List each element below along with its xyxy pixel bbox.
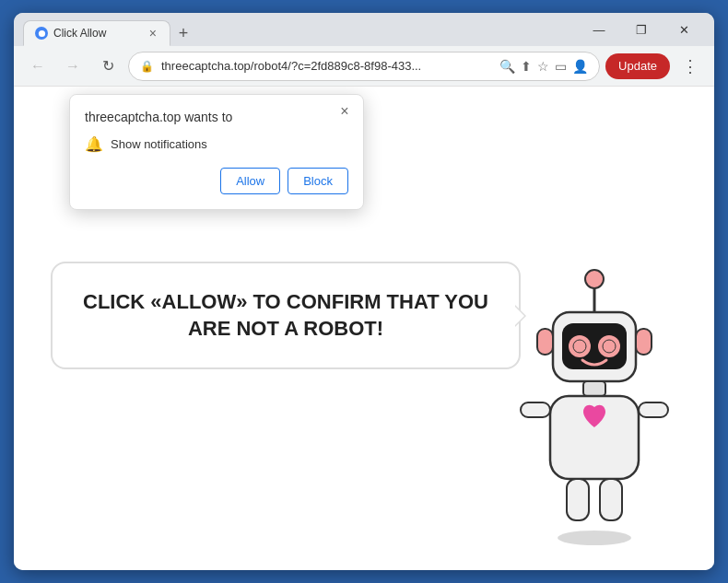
tab-favicon bbox=[35, 27, 48, 40]
address-bar-icons: 🔍 ⬆ ☆ ▭ 👤 bbox=[499, 59, 588, 74]
svg-rect-11 bbox=[583, 381, 605, 396]
browser-window: Click Allow × + — ❐ ✕ ← → ↻ 🔒 threecaptc… bbox=[14, 13, 714, 570]
popup-close-button[interactable]: × bbox=[335, 102, 354, 121]
svg-rect-9 bbox=[537, 329, 553, 355]
search-icon[interactable]: 🔍 bbox=[499, 59, 515, 74]
forward-button[interactable]: → bbox=[58, 52, 88, 81]
page-content: risk.co × threecaptcha.top wants to 🔔 Sh… bbox=[14, 87, 714, 570]
bubble-text: CLICK «ALLOW» TO CONFIRM THAT YOU ARE NO… bbox=[82, 289, 489, 342]
svg-point-0 bbox=[38, 29, 44, 36]
tab-title: Click Allow bbox=[53, 27, 106, 40]
close-button[interactable]: ✕ bbox=[663, 16, 705, 43]
svg-rect-16 bbox=[600, 479, 622, 520]
maximize-button[interactable]: ❐ bbox=[620, 16, 663, 43]
bell-icon: 🔔 bbox=[85, 135, 103, 153]
popup-title: threecaptcha.top wants to bbox=[85, 110, 348, 124]
robot-illustration bbox=[502, 257, 687, 552]
address-bar[interactable]: 🔒 threecaptcha.top/robot4/?c=2fd889c8-8f… bbox=[128, 52, 600, 81]
tab-bar: Click Allow × + bbox=[23, 13, 578, 46]
svg-point-8 bbox=[603, 340, 616, 353]
svg-point-2 bbox=[585, 270, 604, 288]
sidebar-icon[interactable]: ▭ bbox=[555, 59, 567, 74]
svg-rect-14 bbox=[639, 402, 668, 417]
speech-bubble: CLICK «ALLOW» TO CONFIRM THAT YOU ARE NO… bbox=[51, 262, 521, 369]
new-tab-button[interactable]: + bbox=[170, 20, 196, 46]
lock-icon: 🔒 bbox=[140, 60, 154, 73]
active-tab[interactable]: Click Allow × bbox=[23, 20, 170, 46]
notification-item-text: Show notifications bbox=[111, 137, 207, 151]
menu-button[interactable]: ⋮ bbox=[675, 52, 705, 81]
profile-icon[interactable]: 👤 bbox=[572, 59, 588, 74]
back-button[interactable]: ← bbox=[23, 52, 53, 81]
update-button[interactable]: Update bbox=[605, 53, 670, 79]
notification-popup: × threecaptcha.top wants to 🔔 Show notif… bbox=[69, 94, 364, 210]
refresh-button[interactable]: ↻ bbox=[93, 52, 123, 81]
nav-bar: ← → ↻ 🔒 threecaptcha.top/robot4/?c=2fd88… bbox=[14, 46, 714, 87]
speech-bubble-container: CLICK «ALLOW» TO CONFIRM THAT YOU ARE NO… bbox=[51, 262, 521, 369]
svg-rect-13 bbox=[521, 402, 550, 417]
svg-point-7 bbox=[573, 340, 586, 353]
allow-button[interactable]: Allow bbox=[220, 168, 280, 194]
tab-close-btn[interactable]: × bbox=[147, 26, 159, 41]
window-controls: — ❐ ✕ bbox=[578, 16, 705, 43]
svg-rect-15 bbox=[567, 479, 589, 520]
bookmark-icon[interactable]: ☆ bbox=[537, 59, 549, 74]
svg-point-17 bbox=[558, 531, 631, 545]
url-text: threecaptcha.top/robot4/?c=2fd889c8-8f98… bbox=[161, 59, 492, 73]
popup-buttons: Allow Block bbox=[85, 168, 348, 194]
title-bar: Click Allow × + — ❐ ✕ bbox=[14, 13, 714, 46]
notification-item: 🔔 Show notifications bbox=[85, 135, 348, 153]
block-button[interactable]: Block bbox=[288, 168, 348, 194]
share-icon[interactable]: ⬆ bbox=[521, 59, 532, 74]
minimize-button[interactable]: — bbox=[578, 16, 620, 43]
svg-rect-10 bbox=[636, 329, 652, 355]
